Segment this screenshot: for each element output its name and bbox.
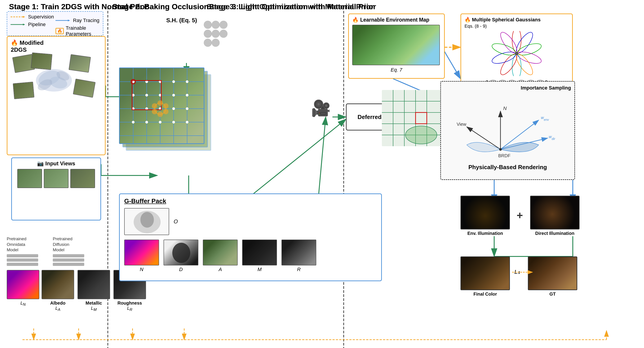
gbuf-r-img [282,240,316,265]
pbr-title: Physically-Based Rendering [444,164,571,171]
pretrained-diff-label: PretrainedDiffusionModel [53,236,84,253]
svg-point-118 [406,126,437,144]
svg-point-91 [152,109,157,114]
gbuffer-pack-box: G-Buffer Pack O N [119,194,382,281]
svg-point-79 [132,121,134,123]
svg-point-101 [514,52,536,76]
albedo-label: Albedo [42,300,74,306]
svg-point-89 [163,109,168,114]
svg-text:View: View [457,122,466,127]
direct-illumination-output: Direct Illumination [530,196,580,236]
svg-point-107 [515,52,518,55]
svg-point-103 [498,52,520,76]
albedo-channel: Albedo LA [42,270,74,312]
env-map-box: 🔥 Learnable Environment Map Eq. 7 [348,14,445,79]
svg-point-68 [186,80,188,83]
svg-marker-38 [23,24,25,26]
svg-point-83 [186,121,188,123]
svg-point-47 [212,21,220,29]
ln-label: LN [7,300,39,307]
gt-label: GT [528,291,577,297]
envmap-title: 🔥 Learnable Environment Map [352,17,441,23]
input-photo-2 [44,169,68,188]
svg-point-78 [186,107,188,110]
env-illum-img [460,196,510,229]
svg-line-13 [242,119,346,203]
svg-marker-36 [23,16,25,18]
modified-2dgs-box: 🔥 Modified2DGS [7,36,106,155]
svg-point-96 [172,243,190,263]
sh-spheres [202,18,247,64]
msg-eqs: Eqs. (8 - 9) [464,24,569,29]
svg-marker-40 [68,20,70,21]
svg-point-106 [498,31,520,55]
svg-point-67 [172,80,175,83]
main-diagram: Stage 1: Train 2DGS with Normal Prior St… [0,0,644,348]
normal-channel: LN [7,270,39,307]
svg-text:wdir: wdir [549,134,556,141]
svg-text:wenv: wenv [541,115,549,121]
svg-point-88 [163,103,168,109]
svg-point-73 [186,94,188,96]
env-eq: Eq. 7 [352,67,441,73]
gbuf-n-img [124,240,159,265]
occlusion-img [124,208,169,235]
gbuf-n-label: N [124,267,159,272]
final-color-label: Final Color [460,291,510,297]
metallic-label: Metallic [78,300,110,306]
deferred-grid [382,90,440,146]
lm-label: LM [78,306,110,312]
svg-point-49 [204,30,212,38]
plus-sign: + [517,209,523,222]
pretrained-omni-label: PretrainedOmnidataModel [7,236,38,253]
camera-icon: 🎥 [311,99,331,117]
pretrained-diff-area: PretrainedDiffusionModel [53,236,84,266]
gbuf-d-img [164,240,198,265]
svg-point-53 [212,39,220,47]
svg-point-82 [172,121,175,123]
gbuf-m-img [242,240,277,265]
la-label: LA [42,306,74,312]
svg-point-128 [499,148,502,151]
svg-point-87 [158,100,163,106]
gbuf-a-label: A [203,267,238,272]
svg-point-51 [220,30,228,38]
input-views-title: 📷 Input Views [14,160,98,167]
sh-label: S.H. (Eq. 5) [166,17,197,24]
legend-trainable: 🔥 Trainable Parameters [56,25,100,37]
importance-sampling-label: Importance Sampling [444,85,571,91]
roughness-label: Roughness [114,300,146,306]
s2-label-fix: Stage 2: Baking Occlusion [112,2,209,11]
normal-img [7,270,39,299]
gbuf-d-label: D [164,267,198,272]
direct-illum-img [530,196,580,229]
direct-illum-label: Direct Illumination [530,231,580,236]
metallic-channel: Metallic LM [78,270,110,312]
mod2dgs-title: 🔥 Modified2DGS [11,39,102,53]
svg-point-77 [172,107,175,110]
o-label: O [174,218,178,225]
final-color-output: Final Color [460,256,510,297]
input-views-box: 📷 Input Views [11,157,101,221]
pretrained-omni-area: PretrainedOmnidataModel [7,236,38,266]
svg-point-92 [152,103,157,109]
svg-point-90 [158,112,163,117]
svg-point-48 [220,21,228,29]
svg-text:BRDF: BRDF [498,153,510,158]
svg-point-46 [204,21,212,29]
svg-point-52 [204,39,212,47]
input-photo-1 [17,169,42,188]
lr-label: LR [114,306,146,312]
baking-grid-area [119,68,222,180]
env-illumination-output: Env. Illumination [460,196,510,236]
pbr-box: Importance Sampling N View wenv wdir [440,81,575,180]
input-photo-3 [70,169,95,188]
albedo-img [42,270,74,299]
msg-title: 🔥 Multiple Spherical Gaussians [464,17,569,23]
gbuf-r-label: R [282,267,316,272]
svg-point-80 [145,121,148,123]
legend-raytracing: Ray Tracing [56,18,100,23]
gbuffer-title: G-Buffer Pack [124,198,377,205]
final-color-img [460,256,510,290]
svg-point-50 [212,30,220,38]
